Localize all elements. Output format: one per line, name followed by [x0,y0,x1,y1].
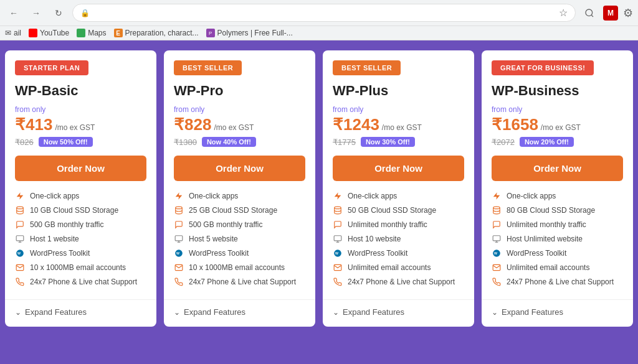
feature-icon-host [333,234,343,244]
plan-badge-3: GREAT FOR BUSINESS! [492,60,594,75]
feature-icon-traffic [333,220,343,230]
feature-icon-host [492,234,502,244]
feature-text: 10 x 1000MB email accounts [189,263,285,272]
feature-item-0-2: 500 GB monthly traffic [15,220,146,230]
youtube-icon [29,29,37,37]
svg-point-24 [493,207,500,209]
feature-item-1-4: W WordPress Toolkit [174,248,305,258]
feature-icon-storage [15,205,25,215]
discount-row-2: ₹1775 Now 30% Off! [333,137,464,147]
expand-row-1[interactable]: ⌄ Expand Features [164,299,315,317]
plan-card-3: GREAT FOR BUSINESS! WP-Business from onl… [482,50,633,327]
feature-icon-traffic [174,220,184,230]
svg-line-1 [591,15,593,17]
feature-icon-traffic [15,220,25,230]
reload-button[interactable]: ↻ [50,4,67,22]
price-row-3: ₹1658 /mo ex GST [492,115,623,134]
feature-item-0-6: 24x7 Phone & Live chat Support [15,277,146,287]
original-price-3: ₹2072 [492,138,515,147]
feature-text: 24x7 Phone & Live chat Support [348,278,455,286]
plan-badge-2: BEST SELLER [333,60,401,75]
bookmark-maps[interactable]: Maps [77,29,106,37]
browser-toolbar: ← → ↻ 🔒 ☆ M ⚙ [0,0,638,26]
feature-text: Unlimited email accounts [507,263,589,272]
feature-icon-lightning [333,191,343,201]
plan-badge-1: BEST SELLER [174,60,242,75]
feature-item-2-4: W WordPress Toolkit [333,248,464,258]
feature-text: Host 10 website [348,235,401,243]
mail-icon: ✉ [5,29,11,37]
expand-label-2: Expand Features [343,307,404,317]
discount-badge-3: Now 20% Off! [520,137,574,147]
expand-chevron-icon-2: ⌄ [333,308,339,317]
feature-text: WordPress Toolkit [30,249,90,258]
feature-icon-host [174,234,184,244]
expand-row-2[interactable]: ⌄ Expand Features [323,299,474,317]
price-main-2: ₹1243 [333,115,379,134]
feature-item-2-1: 50 GB Cloud SSD Storage [333,205,464,215]
bookmark-mail[interactable]: ✉ ail [5,29,21,37]
main-content: STARTER PLAN WP-Basic from only ₹413 /mo… [0,40,638,342]
maps-icon [77,29,85,37]
polymers-icon: P [206,29,215,37]
feature-item-1-5: 10 x 1000MB email accounts [174,263,305,273]
feature-icon-traffic [492,220,502,230]
feature-item-2-2: Unlimited monthly traffic [333,220,464,230]
original-price-2: ₹1775 [333,138,356,147]
order-button-3[interactable]: Order Now [492,156,623,181]
feature-icon-wp: W [492,248,502,258]
svg-marker-2 [17,192,24,200]
feature-item-3-1: 80 GB Cloud SSD Storage [492,205,623,215]
svg-text:W: W [17,251,21,255]
order-button-2[interactable]: Order Now [333,156,464,181]
feature-item-1-6: 24x7 Phone & Live chat Support [174,277,305,287]
feature-item-3-4: W WordPress Toolkit [492,248,623,258]
price-row-2: ₹1243 /mo ex GST [333,115,464,134]
bookmark-polymers[interactable]: P Polymers | Free Full-... [206,29,293,37]
features-list-3: One-click apps 80 GB Cloud SSD Storage U… [492,191,623,287]
bookmark-preparation[interactable]: E Preparation, charact... [114,29,199,37]
bookmark-star-icon[interactable]: ☆ [559,7,568,19]
price-row-1: ₹828 /mo ex GST [174,115,305,134]
discount-badge-2: Now 30% Off! [361,137,415,147]
feature-text: 25 GB Cloud SSD Storage [189,206,277,215]
svg-point-0 [586,9,593,16]
price-suffix-1: /mo ex GST [214,123,254,132]
feature-text: WordPress Toolkit [189,249,249,258]
feature-icon-wp: W [174,248,184,258]
forward-button[interactable]: → [27,4,45,22]
price-main-3: ₹1658 [492,115,538,134]
price-main-1: ₹828 [174,115,211,134]
address-bar[interactable]: 🔒 ☆ [72,4,576,22]
expand-row-0[interactable]: ⌄ Expand Features [5,299,156,317]
order-button-1[interactable]: Order Now [174,156,305,181]
plan-body-2: WP-Plus from only ₹1243 /mo ex GST ₹1775… [323,75,474,294]
svg-text:W: W [176,251,179,255]
price-main-0: ₹413 [15,115,52,134]
extensions-button[interactable]: ⚙ [623,6,633,20]
svg-point-17 [335,207,341,209]
svg-point-10 [176,207,183,209]
order-button-0[interactable]: Order Now [15,156,146,181]
expand-row-3[interactable]: ⌄ Expand Features [482,299,633,317]
feature-icon-wp: W [15,248,25,258]
feature-item-1-1: 25 GB Cloud SSD Storage [174,205,305,215]
from-only-3: from only [492,105,623,114]
features-list-1: One-click apps 25 GB Cloud SSD Storage 5… [174,191,305,287]
search-button[interactable] [581,4,598,22]
expand-label-3: Expand Features [502,307,563,317]
feature-icon-support [15,277,25,287]
feature-icon-storage [492,205,502,215]
feature-item-3-5: Unlimited email accounts [492,263,623,273]
original-price-0: ₹826 [15,138,34,147]
discount-badge-0: Now 50% Off! [39,137,93,147]
back-button[interactable]: ← [5,4,22,22]
extension-icon[interactable]: M [603,6,618,21]
from-only-2: from only [333,105,464,114]
svg-rect-25 [493,236,500,241]
bookmark-youtube[interactable]: YouTube [29,29,69,37]
from-only-0: from only [15,105,146,114]
feature-item-1-0: One-click apps [174,191,305,201]
feature-text: 24x7 Phone & Live chat Support [189,278,296,286]
expand-chevron-icon-3: ⌄ [492,308,498,317]
